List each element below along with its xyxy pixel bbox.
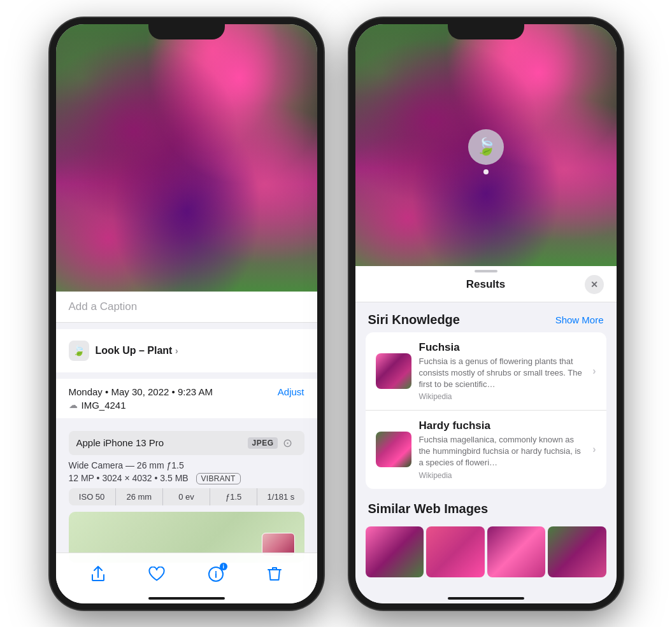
exif-ev: 0 ev [163, 488, 210, 505]
hardy-fuchsia-name: Hardy fuchsia [419, 419, 585, 432]
vibrant-badge: VIBRANT [196, 473, 241, 484]
caption-section: Add a Caption [56, 292, 317, 323]
knowledge-item-fuchsia[interactable]: Fuchsia Fuchsia is a genus of flowering … [366, 332, 606, 411]
fuchsia-content: Fuchsia Fuchsia is a genus of flowering … [419, 341, 585, 402]
bottom-toolbar: i [56, 553, 317, 603]
knowledge-card: Fuchsia Fuchsia is a genus of flowering … [366, 332, 606, 489]
siri-knowledge-title: Siri Knowledge [368, 313, 460, 327]
device-name: Apple iPhone 13 Pro [76, 437, 164, 448]
knowledge-item-hardy-fuchsia[interactable]: Hardy fuchsia Fuchsia magellanica, commo… [366, 411, 606, 489]
visual-lookup-dot [483, 169, 489, 174]
lookup-row[interactable]: 🍃 Look Up – Plant › [69, 337, 304, 365]
lookup-label: Look Up – Plant › [96, 345, 178, 356]
exif-iso: ISO 50 [69, 488, 116, 505]
lookup-arrow: › [175, 346, 178, 356]
flower-photo[interactable] [56, 24, 317, 292]
fuchsia-thumbnail [376, 353, 411, 389]
exif-aperture: ƒ1.5 [210, 488, 257, 505]
exif-mm: 26 mm [116, 488, 163, 505]
info-badge: i [220, 563, 227, 570]
favorite-button[interactable] [143, 560, 171, 588]
visual-lookup-badge[interactable]: 🍃 [468, 129, 504, 165]
info-button[interactable]: i [202, 560, 230, 588]
adjust-button[interactable]: Adjust [278, 386, 304, 397]
mp-specs: 12 MP • 3024 × 4032 • 3.5 MB VIBRANT [69, 473, 304, 484]
exif-row: ISO 50 26 mm 0 ev ƒ1.5 1/181 s [69, 488, 304, 505]
filename-text: IMG_4241 [82, 400, 126, 411]
hardy-fuchsia-source: Wikipedia [419, 471, 585, 480]
web-images-grid [355, 526, 617, 577]
exif-shutter: 1/181 s [257, 488, 304, 505]
camera-specs: Wide Camera — 26 mm ƒ1.5 [69, 460, 304, 470]
fuchsia-desc: Fuchsia is a genus of flowering plants t… [419, 356, 585, 391]
web-image-4[interactable] [548, 526, 606, 577]
hardy-fuchsia-content: Hardy fuchsia Fuchsia magellanica, commo… [419, 419, 585, 480]
delete-button[interactable] [261, 560, 289, 588]
web-images-title: Similar Web Images [368, 502, 489, 516]
web-image-3[interactable] [487, 526, 546, 577]
results-handle [475, 270, 497, 272]
web-image-1[interactable] [366, 526, 424, 577]
results-title: Results [387, 278, 585, 291]
fuchsia-source: Wikipedia [419, 392, 585, 401]
right-phone-screen: 🍃 Results ✕ Siri Knowledge Show More [355, 24, 617, 603]
camera-icon[interactable]: ⊙ [283, 436, 297, 450]
lookup-icon: 🍃 [69, 341, 89, 361]
right-home-indicator [448, 597, 524, 600]
web-images-header: Similar Web Images [355, 491, 617, 521]
results-panel[interactable]: Results ✕ Siri Knowledge Show More Fuchs… [355, 266, 617, 603]
cloud-icon: ☁ [69, 400, 78, 410]
hardy-fuchsia-thumbnail [376, 432, 411, 467]
show-more-button[interactable]: Show More [555, 314, 604, 325]
left-phone-screen: Add a Caption 🍃 Look Up – Plant › [56, 24, 317, 603]
device-row: Apple iPhone 13 Pro JPEG ⊙ [69, 431, 304, 455]
jpeg-badge: JPEG [248, 437, 277, 449]
share-button[interactable] [84, 560, 112, 588]
fuchsia-chevron: › [592, 365, 596, 377]
lookup-section: 🍃 Look Up – Plant › [56, 329, 317, 372]
date-section: Monday • May 30, 2022 • 9:23 AM Adjust ☁… [56, 379, 317, 418]
results-header: Results ✕ [355, 266, 617, 302]
right-phone: 🍃 Results ✕ Siri Knowledge Show More [349, 18, 623, 610]
date-row: Monday • May 30, 2022 • 9:23 AM Adjust [69, 386, 304, 397]
fuchsia-name: Fuchsia [419, 341, 585, 354]
filename-row: ☁ IMG_4241 [69, 400, 304, 411]
device-section: Apple iPhone 13 Pro JPEG ⊙ Wide Camera —… [56, 425, 317, 569]
siri-knowledge-header: Siri Knowledge Show More [355, 302, 617, 332]
web-images-section: Similar Web Images [355, 489, 617, 577]
hardy-fuchsia-desc: Fuchsia magellanica, commonly known as t… [419, 434, 585, 469]
hardy-fuchsia-chevron: › [592, 444, 596, 455]
caption-placeholder[interactable]: Add a Caption [69, 300, 138, 313]
close-button[interactable]: ✕ [585, 275, 604, 294]
date-text: Monday • May 30, 2022 • 9:23 AM [69, 386, 213, 397]
home-indicator [148, 597, 225, 600]
right-flower-photo[interactable]: 🍃 [355, 24, 617, 266]
left-phone: Add a Caption 🍃 Look Up – Plant › [50, 18, 324, 610]
badge-row: JPEG ⊙ [248, 436, 296, 450]
web-image-2[interactable] [426, 526, 485, 577]
